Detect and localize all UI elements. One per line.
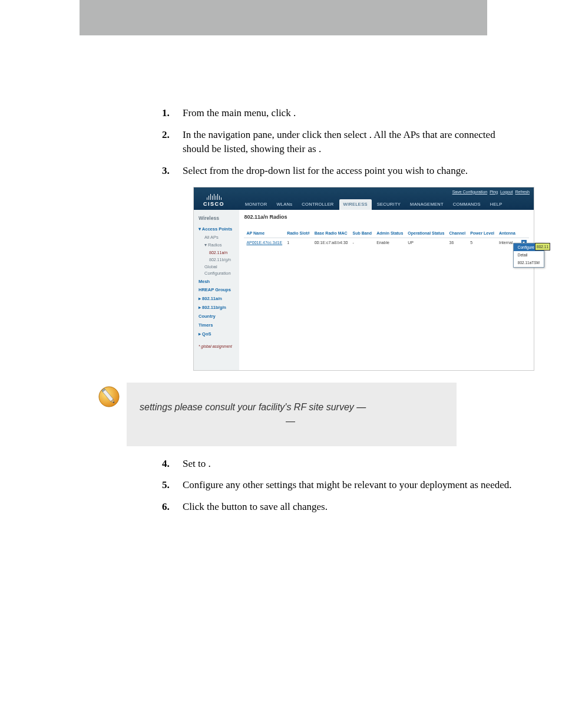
col-base-mac: Base Radio MAC [312,229,351,238]
sidebar-hreap-groups[interactable]: HREAP Groups [194,286,239,295]
cisco-logo-text: CISCO [203,200,224,208]
sidebar-80211an[interactable]: ▸ 802.11a/n [194,295,239,304]
ctx-80211a-tsm[interactable]: 802.11aTSM [514,259,544,266]
step-number: 1. [162,106,170,121]
sidebar-access-points[interactable]: ▾ Access Points [194,225,239,234]
step-number: 2. [162,128,170,143]
sidebar-country[interactable]: Country [194,312,239,321]
col-sub-band: Sub Band [350,229,374,238]
sidebar-radio-80211an[interactable]: 802.11a/n [194,249,239,256]
link-save-configuration[interactable]: Save Configuration [452,190,488,194]
cell-admin-status: Enable [374,238,405,248]
note-icon [91,383,127,409]
nav-controller[interactable]: CONTROLLER [297,199,338,210]
cell-op-status: UP [405,238,447,248]
step-number: 5. [162,478,170,493]
nav-wireless[interactable]: WIRELESS [339,199,372,210]
ap-radios-table: AP Name Radio Slot# Base Radio MAC Sub B… [244,229,529,248]
wlc-top-links: Save Configuration Ping Logout Refresh [452,189,530,195]
sidebar-mesh[interactable]: Mesh [194,278,239,286]
step-text: From the main menu, click . [183,107,296,118]
wlc-sidebar: Wireless ▾ Access Points All APs ▾ Radio… [194,210,239,370]
step-number: 4. [162,457,170,472]
link-logout[interactable]: Logout [500,190,513,194]
sidebar-all-aps[interactable]: All APs [194,234,239,242]
col-admin-status: Admin Status [374,229,405,238]
sidebar-timers[interactable]: Timers [194,321,239,330]
step-number: 6. [162,500,170,515]
nav-security[interactable]: SECURITY [373,199,405,210]
link-refresh[interactable]: Refresh [515,190,530,194]
nav-management[interactable]: MANAGEMENT [406,199,448,210]
nav-help[interactable]: HELP [486,199,507,210]
wlc-page-title: 802.11a/n Radios [244,213,529,221]
step-text: Set to . [183,458,211,469]
col-radio-slot: Radio Slot# [285,229,312,238]
sidebar-footnote: * global assignment [194,339,239,349]
cell-radio-slot: 1 [285,238,312,248]
col-antenna: Antenna [497,229,518,238]
sidebar-global-config[interactable]: Global Configuration [194,263,239,278]
col-channel: Channel [447,229,468,238]
ctx-detail[interactable]: Detail [514,251,544,259]
link-ping[interactable]: Ping [490,190,498,194]
nav-wlans[interactable]: WLANs [272,199,296,210]
col-ap-name: AP Name [244,229,285,238]
note-box: settings please consult your facility's … [127,383,457,446]
cell-channel: 36 [447,238,468,248]
nav-commands[interactable]: COMMANDS [449,199,485,210]
nav-monitor[interactable]: MONITOR [241,199,271,210]
col-op-status: Operational Status [405,229,447,238]
cell-power-level: 5 [468,238,497,248]
cell-sub-band: - [350,238,374,248]
cisco-logo-bars [207,194,222,200]
step-text: Click the button to save all changes. [183,501,328,512]
step-text: Select from the drop-down list for the a… [183,165,468,176]
ctx-menu-tag: 802.11 [535,243,550,251]
step-text: Configure any other settings that might … [183,479,512,490]
sidebar-radios[interactable]: ▾ Radios [194,242,239,249]
step-text: In the navigation pane, under click then… [183,129,495,155]
sidebar-title: Wireless [194,213,239,225]
sidebar-qos[interactable]: ▸ QoS [194,330,239,339]
col-power-level: Power Level [468,229,497,238]
wlc-screenshot: CISCO MONITOR WLANs CONTROLLER WIRELESS … [193,187,534,371]
sidebar-radio-80211bgn[interactable]: 802.11b/g/n [194,256,239,263]
table-row: AP001E.47cc.3d1E 1 00:1E:c7:a8:b4:30 - E… [244,238,529,248]
cell-ap-name[interactable]: AP001E.47cc.3d1E [244,238,285,248]
sidebar-80211bgn[interactable]: ▸ 802.11b/g/n [194,304,239,312]
cell-base-mac: 00:1E:c7:a8:b4:30 [312,238,351,248]
step-number: 3. [162,164,170,179]
